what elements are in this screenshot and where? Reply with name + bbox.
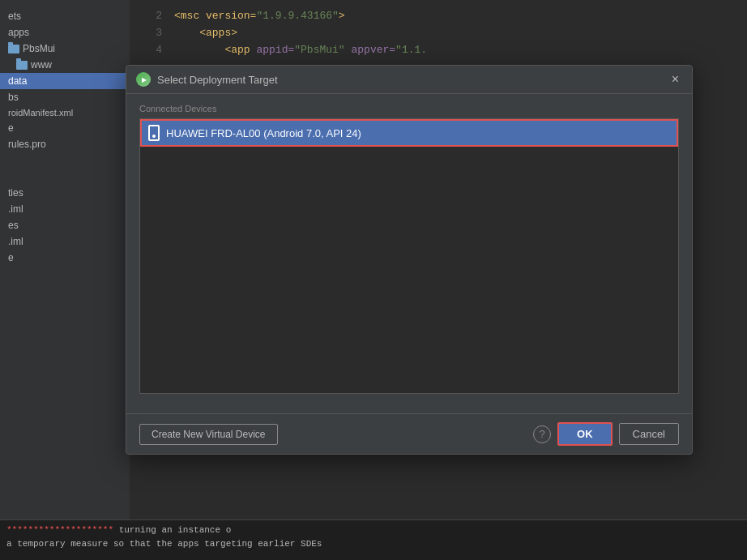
sidebar: ets apps PbsMui www data bs roidManifest… bbox=[0, 0, 130, 560]
android-icon bbox=[136, 72, 151, 87]
sidebar-item-iml2[interactable]: .iml bbox=[0, 233, 130, 250]
ok-button[interactable]: OK bbox=[557, 422, 613, 446]
sidebar-item-apps[interactable]: apps bbox=[0, 24, 130, 41]
sidebar-item-e[interactable]: e bbox=[0, 120, 130, 136]
console-line-warning: a temporary measure so that the apps tar… bbox=[6, 537, 741, 551]
code-line-4: 4 <app appid="PbsMui" appver="1.1. bbox=[146, 42, 731, 59]
sidebar-item-manifest[interactable]: roidManifest.xml bbox=[0, 105, 130, 120]
dialog-title: Select Deployment Target bbox=[157, 74, 278, 86]
sidebar-item-bs[interactable]: bs bbox=[0, 89, 130, 105]
dialog-close-button[interactable]: × bbox=[668, 73, 682, 86]
folder-icon bbox=[8, 45, 19, 53]
phone-icon bbox=[148, 125, 160, 141]
cancel-button[interactable]: Cancel bbox=[619, 423, 679, 445]
footer-buttons: ? OK Cancel bbox=[533, 422, 679, 446]
console-area: ******************** turning an instance… bbox=[0, 519, 747, 560]
create-virtual-device-button[interactable]: Create New Virtual Device bbox=[139, 424, 278, 445]
dialog-footer: Create New Virtual Device ? OK Cancel bbox=[126, 413, 692, 454]
dialog-title-left: Select Deployment Target bbox=[136, 72, 278, 87]
sidebar-item-pbsmui[interactable]: PbsMui bbox=[0, 41, 130, 57]
dialog-titlebar: Select Deployment Target × bbox=[126, 66, 692, 94]
sidebar-item-iml1[interactable]: .iml bbox=[0, 201, 130, 217]
device-list[interactable]: HUAWEI FRD-AL00 (Android 7.0, API 24) bbox=[139, 118, 679, 394]
sidebar-item-ets[interactable]: ets bbox=[0, 8, 130, 24]
sidebar-item-www[interactable]: www bbox=[0, 57, 130, 73]
sidebar-item-es[interactable]: es bbox=[0, 217, 130, 233]
device-item-huawei[interactable]: HUAWEI FRD-AL00 (Android 7.0, API 24) bbox=[140, 119, 678, 147]
deployment-target-dialog: Select Deployment Target × Connected Dev… bbox=[126, 65, 693, 455]
device-name: HUAWEI FRD-AL00 (Android 7.0, API 24) bbox=[166, 127, 361, 139]
sidebar-item-rules[interactable]: rules.pro bbox=[0, 136, 130, 152]
sidebar-item-e2[interactable]: e bbox=[0, 250, 130, 266]
console-line-error: ******************** turning an instance… bbox=[6, 524, 741, 537]
sidebar-item-data[interactable]: data bbox=[0, 73, 130, 89]
code-line-3: 3 <apps> bbox=[146, 25, 731, 42]
folder-icon bbox=[16, 61, 28, 70]
dialog-body: Connected Devices HUAWEI FRD-AL00 (Andro… bbox=[126, 94, 692, 413]
sidebar-item-ties[interactable]: ties bbox=[0, 185, 130, 201]
code-line-2: 2 <msc version="1.9.9.43166"> bbox=[146, 8, 731, 25]
connected-devices-label: Connected Devices bbox=[139, 104, 679, 113]
help-icon[interactable]: ? bbox=[533, 425, 551, 443]
